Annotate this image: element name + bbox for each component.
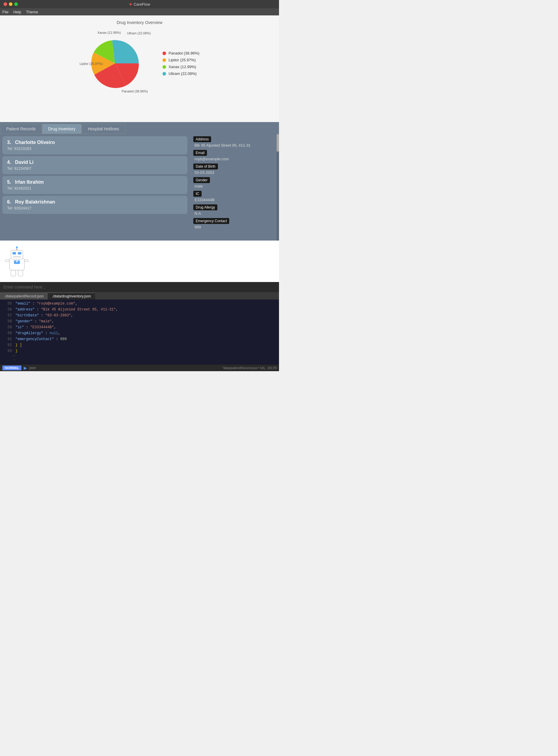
patient-name-6: 6. Roy Balakrishnan xyxy=(7,199,183,205)
patient-list: 3. Charlotte Oliveiro Tel: 93210283 4. D… xyxy=(0,134,190,241)
label-lipitor: Lipitor (25.97%) xyxy=(79,62,103,65)
file-tab-patient-record[interactable]: ./data/patientRecord.json xyxy=(0,293,48,299)
patient-tel-5: Tel: 92492021 xyxy=(7,186,183,190)
bot-image xyxy=(4,245,30,277)
field-dob: Date of Birth 03-03-2003 xyxy=(193,164,275,175)
code-area: 55 "email" : "royb@example.com", 56 "add… xyxy=(0,299,279,365)
app-icon: ✚ xyxy=(129,2,132,6)
code-line-55: 55 "email" : "royb@example.com", xyxy=(0,301,279,306)
tab-drug-inventory[interactable]: Drug Inventory xyxy=(42,124,82,134)
field-email: Email royb@example.com xyxy=(193,150,275,161)
maximize-button[interactable] xyxy=(14,2,18,6)
svg-point-3 xyxy=(16,246,18,248)
code-line-60: 60 "drugAllergy" : null, xyxy=(0,330,279,336)
patient-card-4[interactable]: 4. David Li Tel: 91234567 xyxy=(2,156,187,174)
svg-rect-9 xyxy=(11,270,16,276)
chart-legend: Panadol (38.96%) Lipitor (25.97%) Xanax … xyxy=(162,51,199,76)
window-title: ✚ CareFlow xyxy=(129,2,150,6)
legend-dot-panadol xyxy=(162,52,166,55)
legend-dot-xanax xyxy=(162,65,166,69)
bot-svg xyxy=(4,245,30,277)
patient-name-5: 5. Irfan Ibrahim xyxy=(7,180,183,185)
pie-chart: Xanax (12.99%) Ultram (22.08%) Lipitor (… xyxy=(79,31,151,96)
code-line-62: 62 } ] xyxy=(0,342,279,348)
label-xanax: Xanax (12.99%) xyxy=(97,31,121,34)
chart-title: Drug Inventory Overview xyxy=(117,20,162,25)
code-line-58: 58 "gender" : "male", xyxy=(0,319,279,324)
code-line-56: 56 "address" : "Blk 45 Aljunied Street 8… xyxy=(0,306,279,313)
menu-help[interactable]: Help xyxy=(14,10,21,14)
tab-bar: Patient Records Drug Inventory Hospital … xyxy=(0,122,279,134)
field-ic: IC E3334444B xyxy=(193,191,275,202)
field-drug-allergy: Drug Allergy N.A. xyxy=(193,205,275,216)
svg-rect-1 xyxy=(11,250,23,259)
code-line-63: 63 } xyxy=(0,348,279,354)
legend-xanax: Xanax (12.99%) xyxy=(162,64,199,69)
code-line-59: 59 "ic" : "E3334444B", xyxy=(0,324,279,330)
legend-panadol: Panadol (38.96%) xyxy=(162,51,199,55)
chart-area: Drug Inventory Overview Xanax (12. xyxy=(0,16,279,122)
tab-hospital-hotlines[interactable]: Hospital Hotlines xyxy=(81,124,125,134)
minimize-button[interactable] xyxy=(9,2,12,6)
patient-tel-4: Tel: 91234567 xyxy=(7,166,183,171)
patient-tel-6: Tel: 92624417 xyxy=(7,206,183,210)
file-tab-drug-inventory[interactable]: ./data/drugInventory.json xyxy=(48,293,95,299)
title-bar: ✚ CareFlow xyxy=(0,0,279,8)
command-area xyxy=(0,282,279,292)
bot-area xyxy=(0,241,279,282)
legend-dot-lipitor xyxy=(162,58,166,62)
svg-rect-5 xyxy=(18,252,21,254)
legend-ultram: Ultram (22.08%) xyxy=(162,72,199,76)
mode-badge: NORMAL xyxy=(2,366,21,370)
patient-card-3[interactable]: 3. Charlotte Oliveiro Tel: 93210283 xyxy=(2,136,187,154)
svg-rect-8 xyxy=(24,260,29,262)
patient-card-6[interactable]: 6. Roy Balakrishnan Tel: 92624417 xyxy=(2,196,187,214)
patient-tel-3: Tel: 93210283 xyxy=(7,146,183,151)
field-emergency-contact: Emergency Contact 999 xyxy=(193,218,275,229)
menu-bar: File Help Theme xyxy=(0,8,279,16)
patient-card-5[interactable]: 5. Irfan Ibrahim Tel: 92492021 xyxy=(2,176,187,194)
status-file-info: "data/patientRecord.json" 63L, 1817B xyxy=(222,366,277,370)
chart-container: Xanax (12.99%) Ultram (22.08%) Lipitor (… xyxy=(79,31,199,96)
field-address: Address Blk 45 Aljunied Street 85, #11-3… xyxy=(193,136,275,147)
patient-name-4: 4. David Li xyxy=(7,160,183,165)
svg-rect-7 xyxy=(5,260,9,262)
status-bar: NORMAL ▶ json "data/patientRecord.json" … xyxy=(0,365,279,371)
scrollbar-track[interactable] xyxy=(277,134,279,241)
patient-name-3: 3. Charlotte Oliveiro xyxy=(7,140,183,145)
code-tilde-2: ~ xyxy=(0,358,279,362)
status-arrow: ▶ xyxy=(24,366,27,370)
legend-dot-ultram xyxy=(162,72,166,76)
scrollbar-thumb[interactable] xyxy=(277,134,279,152)
tab-patient-records[interactable]: Patient Records xyxy=(0,124,42,134)
traffic-lights xyxy=(4,2,18,6)
status-filetype: json xyxy=(29,366,36,370)
svg-rect-4 xyxy=(12,252,16,254)
svg-rect-6 xyxy=(13,256,21,258)
menu-theme[interactable]: Theme xyxy=(26,10,38,14)
label-ultram: Ultram (22.08%) xyxy=(127,31,151,35)
pie-ultram xyxy=(112,40,139,63)
code-line-61: 61 "emergencyContact" : 999 xyxy=(0,336,279,342)
svg-rect-10 xyxy=(18,270,23,276)
detail-panel: Address Blk 45 Aljunied Street 85, #11-3… xyxy=(190,134,279,241)
field-gender: Gender male xyxy=(193,177,275,188)
label-panadol: Panadol (38.96%) xyxy=(122,89,148,93)
menu-file[interactable]: File xyxy=(2,10,8,14)
close-button[interactable] xyxy=(4,2,7,6)
file-tabs: ./data/patientRecord.json ./data/drugInv… xyxy=(0,292,279,299)
legend-lipitor: Lipitor (25.97%) xyxy=(162,58,199,62)
main-panel: Patient Records Drug Inventory Hospital … xyxy=(0,122,279,241)
panel-content: 3. Charlotte Oliveiro Tel: 93210283 4. D… xyxy=(0,134,279,241)
code-line-57: 57 "birthDate" : "03-03-2003", xyxy=(0,313,279,319)
code-tilde-1: ~ xyxy=(0,354,279,358)
svg-rect-13 xyxy=(17,260,17,263)
command-input[interactable] xyxy=(4,285,275,290)
